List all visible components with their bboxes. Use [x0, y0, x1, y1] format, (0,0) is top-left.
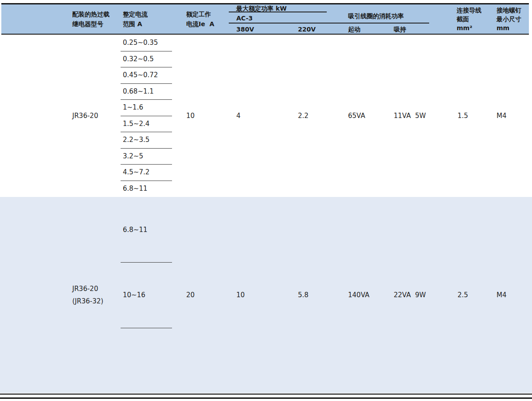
header-ground-screw-line3: mm	[497, 24, 521, 32]
setting-range-value: 0.68~1.1	[123, 83, 154, 100]
header-relay-model-line2: 继电器型号	[72, 19, 110, 29]
header-rule-under-max-power	[229, 12, 327, 12]
header-220v: 220V	[298, 26, 316, 33]
header-ground-screw-line1: 接地螺钉	[497, 6, 521, 15]
setting-range-separator	[121, 328, 172, 328]
model-label-line2: (JR36-32)	[72, 295, 103, 307]
header-wire-section-line2: 截面	[457, 15, 481, 24]
header-ground-screw: 接地螺钉 最小尺寸 mm	[497, 4, 521, 34]
power-220v-value: 2.2	[298, 35, 309, 197]
header-ac3: AC-3	[236, 15, 253, 22]
coil-hold-value: 22VA 9W	[394, 197, 426, 393]
header-wire-section-line3: mm²	[457, 24, 481, 32]
wire-section-value: 2.5	[458, 197, 468, 393]
setting-range-value: 0.45~0.72	[123, 67, 158, 83]
power-380v-value: 10	[236, 197, 245, 393]
table-bottom-black-rule	[0, 397, 532, 399]
setting-range-value: 0.25~0.35	[123, 35, 158, 51]
setting-range-value: 0.32~0.5	[123, 51, 154, 67]
model-label-line1: JR36-20	[72, 283, 98, 295]
row-group-jr36-20: JR36-20 10 4 2.2 65VA 11VA 5W 1.5 M4 0.2…	[0, 35, 532, 197]
setting-range-value: 10~16	[123, 262, 145, 327]
header-setting-current-line1: 整定电流	[123, 9, 148, 19]
setting-range-value: 4.5~7.2	[123, 164, 149, 181]
model-label: JR36-20 (JR36-32)	[72, 197, 103, 393]
model-label: JR36-20	[72, 35, 98, 197]
header-relay-model: 配装的热过载 继电器型号	[72, 4, 110, 34]
header-rated-current: 额定工作 电流Ie A	[186, 4, 214, 34]
header-coil-power: 吸引线圈的消耗功率	[348, 12, 404, 20]
setting-range-value: 6.8~11	[123, 181, 148, 197]
header-setting-current-line2: 范围 A	[123, 19, 148, 29]
power-220v-value: 5.8	[298, 197, 309, 393]
header-wire-section: 连接导线 截面 mm²	[457, 4, 481, 34]
ground-screw-value: M4	[497, 35, 507, 197]
header-relay-model-line1: 配装的热过载	[72, 9, 110, 19]
header-coil-hold: 吸持	[394, 26, 406, 33]
power-380v-value: 4	[236, 35, 241, 197]
header-rated-current-line1: 额定工作	[186, 9, 214, 19]
wire-section-value: 1.5	[458, 35, 468, 197]
setting-range-value: 6.8~11	[123, 197, 148, 262]
header-380v: 380V	[236, 26, 254, 33]
header-max-power: 最大额定功率 kW	[236, 5, 287, 12]
setting-range-value: 1~1.6	[123, 99, 143, 116]
rated-current-value: 10	[186, 35, 195, 197]
setting-range-value: 3.2~5	[123, 148, 143, 165]
header-setting-current: 整定电流 范围 A	[123, 4, 148, 34]
header-rule-under-ac3-coil	[229, 23, 429, 24]
coil-start-value: 140VA	[348, 197, 369, 393]
header-coil-start: 起动	[348, 26, 360, 33]
table-bottom-gray-rule	[0, 393, 532, 395]
header-rated-current-line2: 电流Ie A	[186, 19, 214, 29]
coil-hold-value: 11VA 5W	[394, 35, 426, 197]
coil-start-value: 65VA	[348, 35, 365, 197]
ground-screw-value: M4	[497, 197, 507, 393]
spec-table-page: 配装的热过载 继电器型号 整定电流 范围 A 额定工作 电流Ie A 最大额定功…	[0, 0, 532, 401]
rated-current-value: 20	[186, 197, 195, 393]
header-ground-screw-line2: 最小尺寸	[497, 15, 521, 24]
header-wire-section-line1: 连接导线	[457, 6, 481, 15]
setting-range-value: 1.5~2.4	[123, 116, 149, 132]
setting-range-value: 2.2~3.5	[123, 132, 149, 148]
row-group-jr36-20-32: JR36-20 (JR36-32) 20 10 5.8 140VA 22VA 9…	[0, 197, 532, 393]
